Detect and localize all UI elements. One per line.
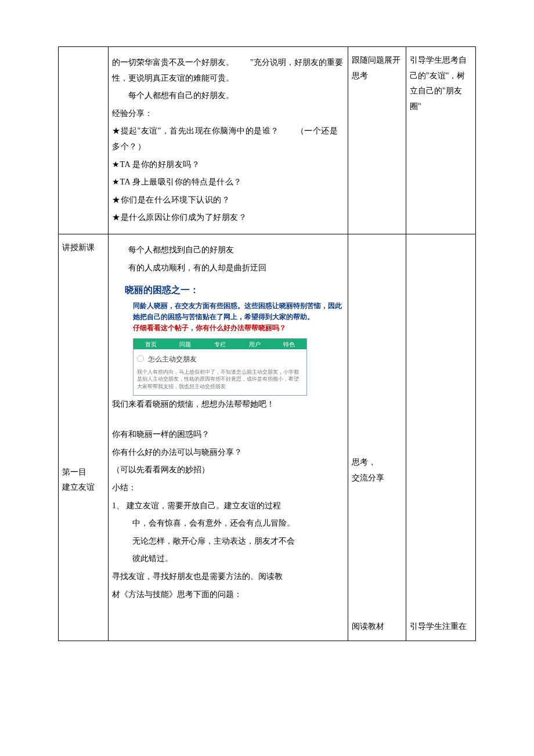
story-title: 晓丽的困惑之一： bbox=[125, 281, 344, 299]
summary-item: 1、 建立友谊，需要开放自己。建立友谊的过程 bbox=[112, 498, 344, 514]
question-item: 你有什么好的办法可以与晓丽分享？ bbox=[112, 445, 344, 461]
stage-text: 讲授新课 bbox=[62, 240, 104, 256]
table-row: 讲授新课 第一目 建立友谊 每个人都想找到自己的好朋友 有的人成功顺利，有的人却… bbox=[59, 234, 476, 641]
student-activity-text: 思考， bbox=[352, 455, 402, 471]
story-block: 晓丽的困惑之一： 同龄人晓丽，在交友方面有些困惑。这些困惑让晓丽特别苦恼，因此她… bbox=[125, 281, 344, 396]
forum-screenshot: 首页 问题 专栏 用户 特色 怎么主动交朋友 我个人有些内向，马上放假初中了，不… bbox=[133, 338, 307, 396]
paragraph: 我们来看看晓丽的烦恼，想想办法帮帮她吧！ bbox=[112, 397, 344, 413]
content-cell: 的一切荣华富贵不及一个好朋友。 "充分说明，好朋友的重要性，更说明真正友谊的难能… bbox=[109, 47, 348, 234]
student-activity-text: 阅读教材 bbox=[352, 619, 402, 635]
intent-cell: 引导学生注重在 bbox=[406, 234, 476, 641]
forum-tab: 首页 bbox=[134, 339, 168, 350]
summary-heading: 小结： bbox=[112, 480, 344, 496]
story-body-highlight: 仔细看看这个帖子，你有什么好办法帮帮晓丽吗？ bbox=[133, 324, 286, 332]
document-page: 的一切荣华富贵不及一个好朋友。 "充分说明，好朋友的重要性，更说明真正友谊的难能… bbox=[0, 0, 534, 676]
question-item: ★提起"友谊"，首先出现在你脑海中的是谁？ （一个还是多个？） bbox=[112, 124, 344, 154]
stage-text: 第一目 bbox=[62, 465, 104, 480]
student-activity-text: 交流分享 bbox=[352, 471, 402, 486]
paragraph: 经验分享： bbox=[112, 106, 344, 122]
forum-tabs: 首页 问题 专栏 用户 特色 bbox=[134, 339, 306, 349]
student-activity-cell: 跟随问题展开思考 bbox=[348, 47, 406, 234]
speech-bubble-icon bbox=[137, 355, 144, 362]
paragraph: 材《方法与技能》思考下面的问题： bbox=[112, 587, 344, 603]
summary-item-line: 中，会有惊喜，会有意外，还会有点儿冒险。 bbox=[132, 516, 344, 531]
intent-cell: 引导学生思考自己的"友谊"，树立自己的"朋友圈" bbox=[406, 47, 476, 234]
content-cell: 每个人都想找到自己的好朋友 有的人成功顺利，有的人却是曲折迂回 晓丽的困惑之一：… bbox=[109, 234, 348, 641]
forum-tab: 问题 bbox=[168, 339, 203, 350]
student-activity-text: 跟随问题展开思考 bbox=[352, 53, 402, 84]
paragraph: 寻找友谊，寻找好朋友也是需要方法的。阅读教 bbox=[112, 569, 344, 585]
question-item: ★TA 身上最吸引你的特点是什么？ bbox=[112, 175, 344, 190]
blank-line bbox=[112, 414, 344, 425]
paragraph: 每个人都想找到自己的好朋友 bbox=[112, 243, 344, 258]
lesson-plan-table: 的一切荣华富贵不及一个好朋友。 "充分说明，好朋友的重要性，更说明真正友谊的难能… bbox=[58, 46, 476, 641]
question-item: ★你们是在什么环境下认识的？ bbox=[112, 193, 344, 208]
question-item: 你有和晓丽一样的困惑吗？ bbox=[112, 427, 344, 443]
intent-text: 引导学生注重在 bbox=[410, 619, 472, 635]
forum-content: 怎么主动交朋友 我个人有些内向，马上放假初中了，不知道怎么能主动交朋友，小学都是… bbox=[134, 349, 306, 395]
question-item: ★TA 是你的好朋友吗？ bbox=[112, 157, 344, 173]
table-row: 的一切荣华富贵不及一个好朋友。 "充分说明，好朋友的重要性，更说明真正友谊的难能… bbox=[59, 47, 476, 234]
stage-cell: 讲授新课 第一目 建立友谊 bbox=[59, 234, 109, 641]
forum-tab: 用户 bbox=[237, 339, 272, 350]
story-body-line: 同龄人晓丽，在交友方面有些困惑。这些困惑让晓丽特别苦恼，因此她把自己的困惑与苦恼… bbox=[133, 302, 342, 321]
story-body: 同龄人晓丽，在交友方面有些困惑。这些困惑让晓丽特别苦恼，因此她把自己的困惑与苦恼… bbox=[125, 301, 344, 334]
paragraph: 有的人成功顺利，有的人却是曲折迂回 bbox=[112, 261, 344, 276]
paragraph: 的一切荣华富贵不及一个好朋友。 "充分说明，好朋友的重要性，更说明真正友谊的难能… bbox=[112, 55, 344, 86]
stage-cell bbox=[59, 47, 109, 234]
question-note: （可以先看看网友的妙招） bbox=[112, 462, 344, 478]
forum-thread-title-text: 怎么主动交朋友 bbox=[148, 355, 197, 363]
paragraph: 每个人都想有自己的好朋友。 bbox=[112, 88, 344, 104]
forum-thread-body: 我个人有些内向，马上放假初中了，不知道怎么能主动交朋友，小学都是别人主动交朋友，… bbox=[137, 368, 303, 390]
intent-text: 引导学生思考自己的"友谊"，树立自己的"朋友圈" bbox=[410, 53, 472, 114]
forum-tab: 特色 bbox=[272, 339, 306, 350]
summary-item-line: 无论怎样，敞开心扉，主动表达，朋友才不会 bbox=[132, 534, 344, 549]
stage-text: 建立友谊 bbox=[62, 480, 104, 495]
forum-tab: 专栏 bbox=[203, 339, 237, 350]
question-item: ★是什么原因让你们成为了好朋友？ bbox=[112, 210, 344, 226]
summary-item-line: 彼此错过。 bbox=[132, 551, 344, 567]
forum-thread-title: 怎么主动交朋友 bbox=[137, 353, 303, 366]
student-activity-cell: 思考， 交流分享 阅读教材 bbox=[348, 234, 406, 641]
